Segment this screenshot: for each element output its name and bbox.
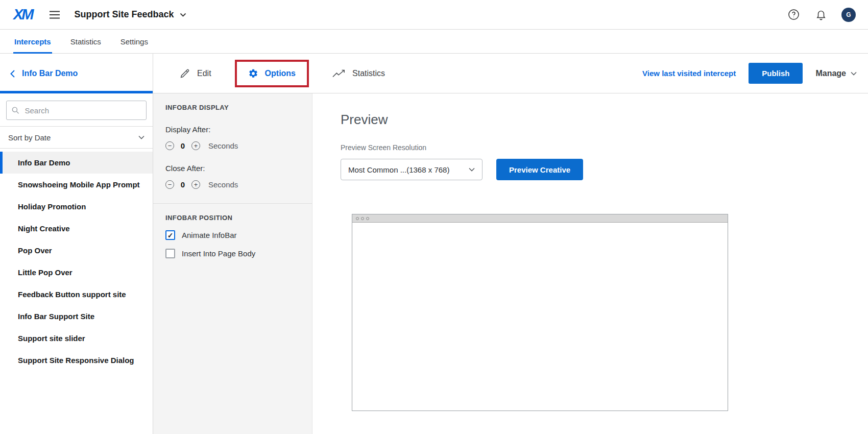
project-title-dropdown[interactable]: Support Site Feedback xyxy=(75,9,186,20)
search-box xyxy=(6,101,147,120)
main-panel: Edit Options Statistics View last visite… xyxy=(153,54,868,434)
intercept-sidebar: Info Bar Demo Sort by Date Info Bar Demo… xyxy=(0,54,153,434)
search-icon xyxy=(12,106,19,114)
main-tab-bar: Intercepts Statistics Settings xyxy=(0,30,868,54)
top-bar: XM Support Site Feedback G xyxy=(0,0,868,30)
topbar-left: XM Support Site Feedback xyxy=(13,6,186,23)
preview-area: Preview Preview Screen Resolution Most C… xyxy=(312,93,868,434)
statistics-tab[interactable]: Statistics xyxy=(332,69,385,78)
browser-preview-body xyxy=(352,223,728,411)
animate-infobar-row: Animate InfoBar xyxy=(165,230,300,240)
intercept-toolbar: Edit Options Statistics View last visite… xyxy=(153,54,868,93)
pencil-icon xyxy=(180,68,190,79)
resolution-row: Most Common ...(1368 x 768) Preview Crea… xyxy=(341,159,868,180)
sidebar-search xyxy=(0,93,153,126)
project-title: Support Site Feedback xyxy=(75,9,174,20)
list-item[interactable]: Night Creative xyxy=(0,218,153,239)
manage-label: Manage xyxy=(815,69,846,78)
animate-infobar-checkbox[interactable] xyxy=(165,230,175,240)
browser-preview-frame xyxy=(352,214,728,411)
bell-icon xyxy=(815,9,827,20)
list-item[interactable]: Info Bar Support Site xyxy=(0,305,153,327)
avatar[interactable]: G xyxy=(841,8,856,22)
topbar-right: G xyxy=(787,8,856,22)
list-item[interactable]: Info Bar Demo xyxy=(0,152,153,174)
sidebar-header: Info Bar Demo xyxy=(0,54,153,93)
list-item[interactable]: Pop Over xyxy=(0,239,153,261)
manage-dropdown[interactable]: Manage xyxy=(815,69,857,78)
display-after-stepper: − 0 + Seconds xyxy=(165,141,300,150)
browser-titlebar xyxy=(352,214,728,223)
notifications-button[interactable] xyxy=(814,8,828,21)
insert-into-page-body-row: Insert Into Page Body xyxy=(165,249,300,258)
preview-title: Preview xyxy=(341,112,868,128)
toolbar-right: View last visited intercept Publish Mana… xyxy=(642,63,857,84)
view-last-visited-link[interactable]: View last visited intercept xyxy=(642,69,736,78)
help-button[interactable] xyxy=(787,8,801,21)
close-after-unit: Seconds xyxy=(208,180,238,189)
close-after-decrement-button[interactable]: − xyxy=(165,180,174,189)
infobar-position-heading: INFOBAR POSITION xyxy=(165,214,300,222)
options-tab-label: Options xyxy=(265,69,296,78)
list-item[interactable]: Snowshoeing Mobile App Prompt xyxy=(0,174,153,196)
close-after-increment-button[interactable]: + xyxy=(191,180,200,189)
chevron-left-icon xyxy=(10,70,15,78)
toolbar-left: Edit Options Statistics xyxy=(153,60,385,87)
chevron-down-icon xyxy=(469,167,475,172)
edit-tab-label: Edit xyxy=(197,69,211,78)
intercept-list: Info Bar DemoSnowshoeing Mobile App Prom… xyxy=(0,152,153,371)
list-item[interactable]: Holiday Promotion xyxy=(0,196,153,218)
display-after-unit: Seconds xyxy=(208,141,238,150)
sort-by-dropdown[interactable]: Sort by Date xyxy=(0,126,153,149)
infobar-display-section: INFOBAR DISPLAY Display After: − 0 + Sec… xyxy=(153,104,312,189)
publish-button[interactable]: Publish xyxy=(749,63,803,84)
options-panel: INFOBAR DISPLAY Display After: − 0 + Sec… xyxy=(153,93,312,434)
app-body: Info Bar Demo Sort by Date Info Bar Demo… xyxy=(0,54,868,434)
help-icon xyxy=(788,9,800,20)
edit-tab[interactable]: Edit xyxy=(180,68,211,79)
hamburger-icon xyxy=(49,11,60,19)
chevron-down-icon xyxy=(851,71,857,76)
animate-infobar-label: Animate InfoBar xyxy=(182,231,237,239)
window-dot-icon xyxy=(361,217,364,220)
back-link[interactable]: Info Bar Demo xyxy=(10,69,78,78)
chevron-down-icon xyxy=(138,135,144,139)
display-after-increment-button[interactable]: + xyxy=(191,141,200,150)
resolution-select-value: Most Common ...(1368 x 768) xyxy=(348,165,449,174)
close-after-stepper: − 0 + Seconds xyxy=(165,180,300,189)
tab-intercepts[interactable]: Intercepts xyxy=(14,30,51,53)
infobar-display-heading: INFOBAR DISPLAY xyxy=(165,104,300,111)
tab-statistics[interactable]: Statistics xyxy=(70,30,101,53)
window-dot-icon xyxy=(356,217,359,220)
line-chart-icon xyxy=(332,69,346,78)
display-after-value: 0 xyxy=(180,141,186,150)
close-after-label: Close After: xyxy=(165,164,300,173)
gear-icon xyxy=(248,68,258,79)
list-item[interactable]: Support site slider xyxy=(0,327,153,349)
current-intercept-name: Info Bar Demo xyxy=(22,69,78,78)
display-after-decrement-button[interactable]: − xyxy=(165,141,174,150)
resolution-select[interactable]: Most Common ...(1368 x 768) xyxy=(341,159,483,180)
list-item[interactable]: Feedback Button support site xyxy=(0,283,153,305)
display-after-label: Display After: xyxy=(165,125,300,134)
infobar-position-section: INFOBAR POSITION Animate InfoBar Insert … xyxy=(153,203,312,258)
window-dot-icon xyxy=(366,217,369,220)
sort-by-label: Sort by Date xyxy=(8,133,51,142)
list-item[interactable]: Little Pop Over xyxy=(0,261,153,283)
hamburger-menu-button[interactable] xyxy=(47,9,62,21)
chevron-down-icon xyxy=(180,13,186,17)
insert-into-page-body-checkbox[interactable] xyxy=(165,249,175,258)
search-input[interactable] xyxy=(23,106,141,115)
list-item[interactable]: Support Site Responsive Dialog xyxy=(0,349,153,371)
statistics-tab-label: Statistics xyxy=(352,69,385,78)
options-tab[interactable]: Options xyxy=(235,60,309,87)
tab-settings[interactable]: Settings xyxy=(120,30,148,53)
preview-creative-button[interactable]: Preview Creative xyxy=(496,159,583,180)
insert-into-page-body-label: Insert Into Page Body xyxy=(182,249,255,258)
close-after-value: 0 xyxy=(180,180,186,189)
content-row: INFOBAR DISPLAY Display After: − 0 + Sec… xyxy=(153,93,868,434)
xm-logo[interactable]: XM xyxy=(13,6,35,23)
resolution-label: Preview Screen Resolution xyxy=(341,143,868,152)
